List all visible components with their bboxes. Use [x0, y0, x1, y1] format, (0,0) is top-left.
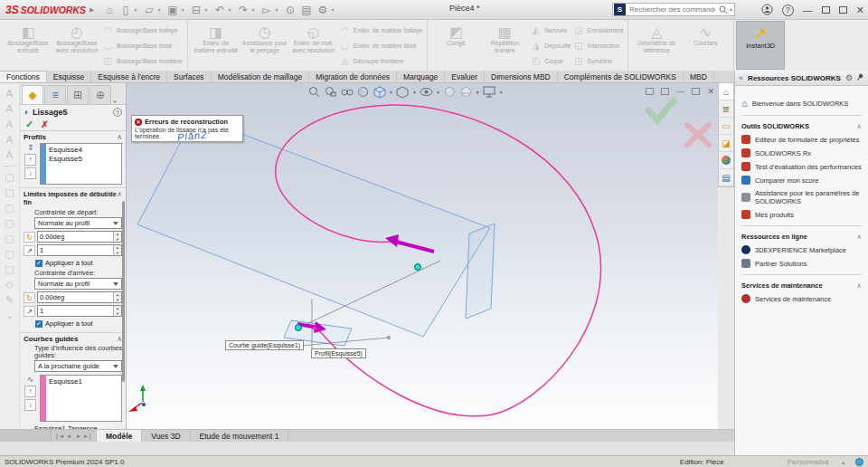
move-up-button[interactable]: ↑ — [24, 386, 36, 397]
scroll-last-icon[interactable]: ▸❘ — [84, 433, 93, 440]
collapse-chevron-icon[interactable]: ∧ — [117, 133, 122, 141]
loft-connector-point[interactable] — [415, 264, 421, 271]
minimize-button[interactable]: — — [803, 5, 813, 15]
view-orientation-icon[interactable] — [373, 85, 386, 99]
display-style-icon[interactable] — [396, 85, 410, 99]
tool-link[interactable]: Comparer mon score — [741, 176, 862, 185]
tool-link[interactable]: Assistance pour les paramètres de SOLIDW… — [741, 189, 862, 205]
hole-wizard-button[interactable]: ◷Assistance pour le perçage — [241, 22, 288, 69]
new-document-icon[interactable]: ▯ — [118, 1, 133, 19]
welcome-link[interactable]: ⌂ Bienvenue dans SOLIDWORKS — [741, 98, 862, 109]
doc-minimize-button[interactable]: — — [676, 85, 684, 98]
print-icon[interactable]: ⊟ — [188, 1, 203, 19]
sketch-tool-icon[interactable]: ✎ — [5, 295, 14, 305]
file-explorer-tab[interactable]: ▭ — [719, 118, 733, 135]
new-caret-icon[interactable]: ▾ — [134, 6, 140, 13]
influence-select[interactable]: A la prochaine guide — [34, 360, 122, 372]
wrap-button[interactable]: ◲Enroulement — [572, 23, 623, 37]
apply-all-checkbox[interactable]: ✓ — [35, 260, 42, 267]
loft-connector-point[interactable] — [296, 325, 302, 331]
tab-mbd[interactable]: MBD — [684, 71, 714, 82]
edit-appearance-icon[interactable] — [443, 85, 457, 99]
attachment-icon[interactable]: ⊙ — [282, 1, 297, 19]
collapse-chevron-icon[interactable]: ∧ — [857, 281, 863, 290]
configuration-tab[interactable]: ⊞ — [67, 85, 89, 104]
zoom-area-icon[interactable] — [324, 85, 337, 99]
pm-scrollbar-thumb[interactable] — [122, 201, 125, 382]
collapse-chevron-icon[interactable]: ∧ — [857, 122, 863, 130]
plane2-outline[interactable] — [137, 116, 490, 337]
dimxpert-tab[interactable]: ⊕ — [90, 85, 111, 104]
tab-fonctions[interactable]: Fonctions — [0, 71, 47, 82]
doc-window-icon[interactable] — [661, 88, 669, 95]
stepper-icon[interactable]: ▲▼ — [113, 292, 121, 302]
fillet-button[interactable]: ◩Congé — [432, 22, 479, 69]
cut-boundary-button[interactable]: ◬Découpe frontière — [339, 53, 423, 68]
hide-show-items-icon[interactable] — [420, 85, 433, 99]
start-angle-spinner[interactable]: 0.00deg▲▼ — [37, 231, 122, 243]
redo-caret-icon[interactable]: ▾ — [251, 6, 258, 13]
solid-body-icon[interactable]: ▢ — [5, 172, 14, 182]
tab-marquage[interactable]: Marquage — [397, 71, 445, 82]
custom-properties-tab[interactable]: ▤ — [719, 169, 733, 186]
move-down-button[interactable]: ↓ — [24, 167, 36, 179]
graphics-viewport[interactable]: ▼ ▼ ▼ ▼ ▼ — ✕ ✕ Erreurs de reconstructio… — [127, 83, 718, 429]
select-caret-icon[interactable]: ▾ — [275, 6, 281, 13]
logo-flyout-arrow-icon[interactable]: ▶ — [90, 6, 94, 14]
tab-surfaces[interactable]: Surfaces — [167, 71, 212, 82]
search-input[interactable] — [627, 5, 717, 14]
tab-maillage[interactable]: Modélisation de maillage — [212, 71, 310, 82]
scroll-left-icon[interactable]: ◂ — [64, 433, 73, 440]
options-caret-icon[interactable]: ▾ — [331, 6, 337, 13]
profile-plane-right[interactable] — [466, 224, 495, 319]
tab-esquisse[interactable]: Esquisse — [47, 71, 92, 82]
doc-close-button[interactable]: ✕ — [707, 85, 714, 98]
doc-restore-button[interactable] — [692, 88, 700, 95]
tool-link[interactable]: Test d'évaluation des performances — [741, 162, 862, 171]
scroll-right-icon[interactable]: ▸ — [74, 433, 83, 440]
undo-icon[interactable]: ↶ — [212, 1, 227, 19]
boss-revolve-button[interactable]: ◴Bossage/Base avec révolution — [53, 22, 100, 69]
apply-scene-icon[interactable] — [459, 85, 473, 99]
shell-button[interactable]: ◰Coque — [530, 53, 571, 68]
stepper-icon[interactable]: ▲▼ — [113, 245, 121, 255]
solid-body-icon[interactable]: ▢ — [5, 203, 14, 213]
caret-icon[interactable]: ▼ — [412, 90, 417, 95]
featuremanager-tab[interactable]: ≡ — [44, 85, 66, 104]
doc-window-icon[interactable] — [646, 88, 654, 95]
reference-geometry-button[interactable]: ◬Géométrie de référence — [633, 22, 680, 69]
options-gear-icon[interactable]: ⚙ — [315, 1, 330, 19]
stepper-icon[interactable]: ▲▼ — [113, 232, 121, 242]
sketch-point[interactable] — [313, 327, 316, 330]
apply-all-checkbox[interactable]: ✓ — [35, 320, 42, 328]
profile-item[interactable]: Esquisse4 — [49, 146, 119, 155]
design-library-tab[interactable]: ≣ — [719, 100, 733, 118]
move-up-button[interactable]: ↑ — [24, 154, 36, 166]
previous-view-icon[interactable] — [340, 85, 354, 99]
solid-body-icon[interactable]: ▢ — [5, 187, 14, 197]
section-view-icon[interactable] — [356, 85, 370, 99]
tab-dimensions-mbd[interactable]: Dimensions MBD — [485, 71, 558, 82]
solid-body-icon[interactable]: ▢ — [5, 249, 14, 259]
boss-sweep-button[interactable]: ◠Bossage/Base balayé — [102, 23, 183, 37]
annotation-icon[interactable]: A — [6, 150, 13, 160]
tab-migration[interactable]: Migration de données — [309, 71, 397, 82]
status-globe-icon[interactable] — [855, 458, 863, 466]
pin-icon[interactable] — [856, 73, 864, 83]
draft-button[interactable]: ◮Dépouille — [530, 38, 571, 52]
model-tab[interactable]: Modèle — [97, 430, 142, 442]
solid-body-icon[interactable]: ▢ — [5, 264, 14, 274]
caret-icon[interactable]: ▼ — [499, 90, 504, 95]
account-icon[interactable] — [761, 4, 773, 17]
rib-button[interactable]: ◭Nervure — [530, 23, 571, 37]
maximize-button[interactable] — [839, 6, 847, 14]
help-icon[interactable]: ? — [782, 5, 794, 16]
cancel-x-icon[interactable]: ✗ — [41, 119, 48, 129]
caret-icon[interactable]: ▼ — [389, 90, 393, 95]
pane-options-gear-icon[interactable]: ⚙ — [845, 73, 853, 82]
restore-button[interactable] — [822, 6, 830, 14]
intersect-button[interactable]: ◱Intersection — [572, 38, 623, 52]
profiles-listbox[interactable]: Esquisse4 Esquisse5 — [40, 143, 122, 185]
annotation-icon[interactable]: A — [6, 104, 13, 114]
confirm-check-watermark-icon[interactable] — [648, 100, 674, 120]
